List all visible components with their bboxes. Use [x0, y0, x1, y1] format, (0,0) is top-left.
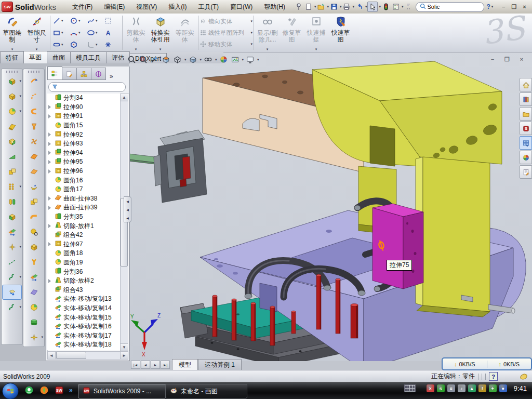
quick-tips-button[interactable]: ?	[489, 372, 498, 381]
chevron-down-icon[interactable]: ▾	[200, 58, 202, 62]
tree-item[interactable]: 圆角17	[47, 185, 120, 194]
sketch-tool-rectangle[interactable]: ▾	[52, 29, 69, 37]
doc-tab-1[interactable]: 模型	[172, 359, 198, 370]
doc-restore-button[interactable]: ❐	[502, 55, 512, 63]
tree-item[interactable]: 实体-移动/复制18	[47, 340, 120, 350]
task-pane-appearances[interactable]	[520, 151, 532, 164]
volume-tray-icon[interactable]: ♪	[458, 384, 466, 392]
rebuild-traffic-light-button[interactable]	[381, 2, 391, 11]
tree-item[interactable]: 拉伸96	[47, 167, 120, 176]
expand-arrow-icon[interactable]	[48, 206, 51, 210]
minimize-button[interactable]: –	[498, 3, 509, 11]
expand-arrow-icon[interactable]	[48, 160, 51, 164]
toolbar-grip[interactable]	[6, 71, 18, 73]
panel-tab-dimxpert-manager[interactable]	[91, 68, 106, 80]
gps-green-tray-icon[interactable]: ▲	[468, 384, 476, 392]
quick-launch-messenger-green[interactable]	[24, 385, 34, 395]
apply-scene-icon[interactable]	[230, 55, 240, 64]
panel-tab-configuration-manager[interactable]	[76, 68, 91, 80]
tree-item[interactable]: 曲面-拉伸39	[47, 203, 120, 212]
features-split-sheets-icon[interactable]	[3, 194, 21, 209]
menu-item-4[interactable]: 工具(T)	[194, 1, 223, 14]
tree-item[interactable]: 圆角16	[47, 176, 120, 185]
features-plane-arrow-icon[interactable]	[2, 285, 22, 300]
surfaces-y-shape-icon[interactable]	[24, 255, 43, 270]
task-pane-custom-properties[interactable]	[520, 165, 532, 179]
toolbar-grip[interactable]	[28, 71, 39, 73]
menu-item-0[interactable]: 文件(F)	[68, 1, 97, 14]
cm-button-smart-dimension[interactable]: 智能尺寸▾	[24, 14, 49, 52]
sketch-tool-line[interactable]: ▾	[52, 17, 69, 25]
sketch-tool-slot[interactable]: ▾	[52, 41, 69, 49]
surfaces-ball-icon[interactable]	[24, 300, 43, 315]
panel-splitter-handle[interactable]: ◀ ◀ ◀	[124, 196, 131, 222]
features-ball-icon[interactable]: ▾	[3, 104, 21, 119]
expand-arrow-icon[interactable]	[48, 151, 51, 155]
open-folder-button[interactable]	[316, 2, 326, 11]
chevron-down-icon[interactable]: ▾	[96, 19, 98, 23]
features-bent-sheet-icon[interactable]	[3, 119, 21, 134]
cm-button-repair[interactable]: 修复草图	[280, 14, 304, 52]
tree-item[interactable]: 实体-移动/复制14	[47, 304, 120, 313]
help-button[interactable]: ?	[486, 3, 491, 11]
tree-item[interactable]: 实体-移动/复制16	[47, 322, 120, 331]
tree-item[interactable]: 组合43	[47, 285, 120, 295]
surfaces-stacked-cubes-icon[interactable]	[24, 194, 43, 209]
chevron-down-icon[interactable]: ▾	[340, 5, 342, 9]
surfaces-funnel-icon[interactable]	[24, 119, 43, 134]
chevron-down-icon[interactable]: ▾	[315, 47, 317, 51]
panel-tab-property-manager[interactable]	[62, 68, 77, 80]
tab-nav-1[interactable]: ◄	[141, 361, 150, 369]
tree-item[interactable]: 拉伸90	[47, 103, 120, 112]
features-dots3-icon[interactable]: ▾	[3, 179, 21, 194]
tree-item[interactable]: 拉伸94	[47, 149, 120, 158]
chevron-down-icon[interactable]: ▾	[250, 42, 252, 46]
panel-tab-feature-manager[interactable]	[47, 66, 62, 80]
tree-item[interactable]: 拉伸95	[47, 157, 120, 167]
features-spring-icon[interactable]: ▾	[3, 300, 21, 315]
tab-3[interactable]: 曲面	[47, 51, 71, 63]
chevron-down-icon[interactable]: ▾	[61, 43, 63, 47]
select-cursor-button[interactable]	[367, 2, 378, 12]
antivirus-red-tray-icon[interactable]: ×	[427, 384, 434, 392]
taskbar-button-2[interactable]: 未命名 - 画图	[165, 384, 247, 398]
surfaces-elbow-icon[interactable]	[24, 209, 43, 224]
section-view-icon[interactable]	[161, 55, 171, 64]
surfaces-dashed-arc-icon[interactable]	[24, 89, 43, 104]
tree-item[interactable]: 分割34	[47, 94, 120, 103]
tree-item[interactable]: 实体-移动/复制15	[47, 313, 120, 322]
cm-button-offset[interactable]: 等距实体	[172, 14, 197, 52]
tab-4[interactable]: 模具工具	[70, 51, 107, 63]
surfaces-green-cylinder-icon[interactable]	[24, 315, 43, 330]
orientation-triad[interactable]: Y Z X	[130, 313, 161, 357]
zoom-fit-icon[interactable]	[127, 55, 137, 64]
chevron-down-icon[interactable]: ▾	[78, 31, 81, 35]
cm-button-trim[interactable]: 剪裁实体▾	[124, 14, 148, 52]
chevron-down-icon[interactable]: ▾	[19, 109, 21, 113]
task-pane-solidworks-search[interactable]: S	[520, 122, 532, 135]
features-star-point-icon[interactable]: ▾	[3, 240, 21, 255]
sketch-tool-spline[interactable]: ▾	[87, 17, 103, 25]
chevron-down-icon[interactable]: ▾	[96, 43, 98, 47]
chevron-down-icon[interactable]: ▾	[352, 5, 354, 9]
cm-button-quick-snap[interactable]: 快速捕捉▾	[304, 14, 328, 52]
features-move-sheets-icon[interactable]	[3, 224, 21, 240]
menu-item-5[interactable]: 窗口(W)	[225, 1, 257, 14]
expand-arrow-icon[interactable]	[48, 279, 51, 283]
sketch-tool-text[interactable]: A	[104, 29, 120, 37]
search-box[interactable]	[416, 2, 484, 12]
expand-arrow-icon[interactable]	[48, 196, 51, 201]
chevron-down-icon[interactable]: ▾	[19, 184, 21, 189]
features-gold-cube-icon[interactable]: ▾	[3, 89, 21, 104]
surfaces-purple-sheet-icon[interactable]	[24, 285, 43, 300]
tree-item[interactable]: 切除-放样2	[47, 276, 120, 286]
view-orientation-icon[interactable]	[172, 55, 182, 64]
options-list-button[interactable]	[391, 2, 401, 11]
tree-item[interactable]: 实体-移动/复制17	[47, 331, 120, 340]
surfaces-banana-icon[interactable]	[24, 179, 43, 194]
taskbar-button-1[interactable]: SWSolidWorks 2009 - ...	[78, 384, 166, 398]
quick-launch-suite-orange[interactable]	[39, 385, 49, 395]
panel-tab-overflow[interactable]: »	[110, 73, 113, 80]
features-green-face-cube-icon[interactable]	[3, 209, 21, 224]
expand-arrow-icon[interactable]	[48, 169, 51, 174]
